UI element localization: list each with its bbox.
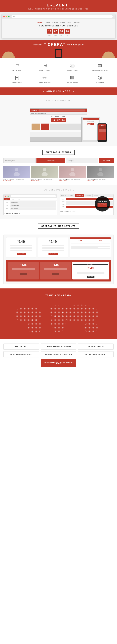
svg-rect-31 [72, 76, 72, 79]
price-featured-349[interactable]: FEATURED $349 BUY NOW [72, 262, 109, 280]
tab-monday[interactable]: MONDAY [60, 194, 67, 197]
event-card-1[interactable]: How To Organize Your Business MAY 16, 20… [4, 166, 30, 181]
left-arrows-icon: « [42, 90, 44, 93]
price-dark-btn-2[interactable]: BUY NOW [52, 273, 60, 275]
feature-form-label: Custom Forms [12, 82, 22, 83]
tab-friday[interactable]: FRIDAY [92, 194, 99, 197]
event-page-title: HOW TO ORGANIZE YOUR BUSINESS [4, 25, 113, 27]
site-nav-contact[interactable]: CONTACT [74, 21, 80, 23]
svg-point-39 [43, 168, 46, 171]
saturday-badge: SATURDAY HOW TO ORGANIZEYOUR BUSINESS 09… [95, 196, 110, 212]
countdown-display: 15 07 34 26 [4, 29, 113, 34]
site-nav-events[interactable]: EVENTS [52, 21, 58, 23]
tab-wed[interactable]: WED [16, 198, 22, 200]
price-dark-lines-2 [41, 268, 70, 271]
svg-point-40 [42, 172, 48, 176]
price-amount-249: $249 [40, 240, 67, 244]
price-dark-149[interactable]: $149 BUY NOW [8, 262, 39, 280]
svg-point-51 [83, 322, 98, 332]
tab-mon[interactable]: MON [4, 198, 10, 200]
event-date-2: MAY 16, 2015 [31, 180, 58, 181]
price-card-149[interactable]: $149 BUY NOW [6, 237, 36, 258]
price-btn-2[interactable]: BUY NOW [48, 253, 58, 255]
svg-point-4 [16, 66, 17, 67]
laptop-mockup: E•EVENT HOME EVENTS PAGES SHOP NEXT EVEN… [30, 108, 87, 142]
find-event-button[interactable]: FIND EVENT [99, 158, 114, 163]
cart-icon [14, 62, 20, 68]
person-silhouette-2 [31, 166, 58, 178]
price-btn-1[interactable]: BUY NOW [16, 253, 26, 255]
svg-rect-15 [98, 64, 102, 66]
price-featured-badge: FEATURED [74, 264, 108, 266]
person-silhouette-4 [87, 166, 114, 178]
site-nav-pages[interactable]: PAGES [60, 21, 65, 23]
tab-tuesday[interactable]: TUESDAY [67, 194, 75, 197]
features-section: Shopping Cart Discount Codes [0, 58, 117, 88]
tickera-section: Now with TICKERA™ WordPress plugin [0, 40, 117, 49]
events-icon [69, 62, 76, 68]
schedule-tabs-type1: MON TUE WED [4, 198, 57, 200]
badge-html5: HTML5 + CSS3 [4, 344, 39, 350]
browser-dot-yellow[interactable] [6, 16, 7, 17]
browser-dot-red[interactable] [4, 16, 5, 17]
tax-icon [41, 74, 48, 80]
category-input[interactable]: Category [66, 158, 98, 163]
price-featured-amount: $349 [74, 266, 108, 270]
filter-bar[interactable]: Enter Keyword Select date Category FIND … [4, 158, 114, 163]
tablet-mockup: E•EVENT NEXT EVENT IN 15 07 [82, 116, 100, 142]
countdown-minutes: 34 [59, 29, 64, 34]
and-much-more-banner: « AND MUCH MORE » [0, 88, 117, 95]
svg-point-1 [4, 52, 14, 58]
feature-discount-label: Discount Codes [39, 70, 50, 71]
svg-point-10 [45, 65, 46, 66]
event-img-1 [4, 166, 30, 178]
feature-events-label: Multiple Events [67, 70, 78, 71]
filterable-section: FILTERABLE EVENTS Enter Keyword Select d… [0, 146, 117, 185]
feature-fees-label: Ticket Fees [96, 82, 104, 83]
logo: EEVENT ™ [4, 3, 114, 8]
event-card-3[interactable]: How To Organize Your Business MAY 16, 20… [59, 166, 86, 181]
translation-section: TRANSLATION READY [0, 288, 117, 339]
schedule-rows-type1: 9:00 How to organ... 10:00 Grow intellig… [4, 200, 57, 211]
keyword-input[interactable]: Enter Keyword [4, 158, 36, 163]
event-card-2[interactable]: How To Organize Your Business MAY 16, 20… [31, 166, 58, 181]
site-nav-home[interactable]: HOME [46, 21, 50, 23]
badge-amazing-design: AMAZING DESIGN [78, 344, 114, 350]
browser-url[interactable]: http:// [12, 15, 112, 18]
svg-point-43 [99, 168, 102, 171]
sch-row-1: 9:00 How to organ... [4, 201, 56, 204]
price-dark-btn-1[interactable]: BUY NOW [20, 273, 27, 275]
price-featured-btn[interactable]: BUY NOW [87, 276, 94, 278]
event-card-4[interactable]: How To Organize Your Bus... MAY 16, 2015 [87, 166, 114, 181]
tickera-now-with: Now with [33, 44, 42, 46]
countdown-labels: DAYS HRS MIN SEC [4, 35, 113, 36]
svg-point-44 [97, 172, 104, 176]
badge-seo: PROGRAMMED WITH SEO NEEDS IN MIND [41, 359, 76, 367]
price-dark-249[interactable]: $249 BUY NOW [40, 262, 71, 280]
saturday-event-info: HOW TO ORGANIZEYOUR BUSINESS 09:00 - 09:… [98, 203, 107, 207]
tickera-logo: TICKERA™ [44, 42, 65, 47]
price-card-249[interactable]: $249 BUY NOW [38, 237, 68, 258]
svg-rect-18 [16, 76, 19, 80]
price-amount-149: $149 [8, 240, 35, 244]
person-silhouette-1 [4, 166, 30, 178]
world-map [4, 301, 114, 335]
badges-section: HTML5 + CSS3 CROSS BROWSER SUPPORT AMAZI… [0, 339, 117, 371]
devices-container: E•EVENT HOME EVENTS PAGES SHOP NEXT EVEN… [4, 105, 114, 142]
sch-dot-red [5, 196, 6, 196]
site-nav-shop[interactable]: SHOP [68, 21, 72, 23]
event-date-4: MAY 16, 2015 [87, 180, 114, 181]
sch-row-3: 11:00 The next web... [4, 208, 56, 210]
saturday-label: SATURDAY [98, 201, 107, 202]
badge-247-support: 24/7 PREMIUM SUPPORT [78, 351, 114, 358]
event-img-3 [59, 166, 86, 178]
discount-icon [41, 62, 48, 68]
browser-dot-green[interactable] [8, 16, 10, 17]
tab-thursday[interactable]: THURSDAY [84, 194, 93, 197]
date-input[interactable]: Select date [36, 158, 65, 163]
hands-section [0, 49, 117, 58]
world-map-svg [8, 301, 109, 335]
tab-wednesday[interactable]: WEDNESDAY [75, 194, 84, 197]
tab-tue[interactable]: TUE [10, 198, 16, 200]
ticket-icon [96, 62, 103, 68]
